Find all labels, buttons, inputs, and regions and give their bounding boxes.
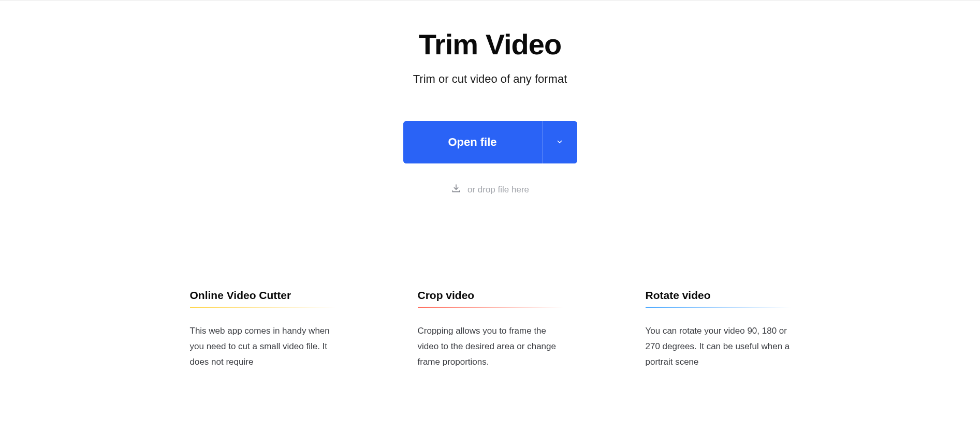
feature-body: This web app comes in handy when you nee… (190, 323, 335, 369)
drop-file-hint[interactable]: or drop file here (451, 183, 529, 196)
open-file-button[interactable]: Open file (403, 121, 542, 163)
feature-title: Rotate video (646, 289, 791, 308)
features-section: Online Video Cutter This web app comes i… (0, 289, 980, 369)
download-icon (451, 183, 461, 196)
open-file-dropdown-button[interactable] (542, 121, 577, 163)
feature-title: Online Video Cutter (190, 289, 335, 308)
feature-body: Cropping allows you to frame the video t… (418, 323, 563, 369)
open-file-label: Open file (448, 136, 496, 149)
feature-title: Crop video (418, 289, 563, 308)
feature-card: Rotate video You can rotate your video 9… (646, 289, 791, 369)
open-file-button-group: Open file (403, 121, 577, 163)
hero-section: Trim Video Trim or cut video of any form… (0, 1, 980, 196)
feature-card: Crop video Cropping allows you to frame … (418, 289, 563, 369)
page-title: Trim Video (419, 27, 561, 61)
feature-card: Online Video Cutter This web app comes i… (190, 289, 335, 369)
drop-file-text: or drop file here (467, 185, 529, 195)
page-subtitle: Trim or cut video of any format (413, 72, 567, 86)
feature-body: You can rotate your video 90, 180 or 270… (646, 323, 791, 369)
chevron-down-icon (555, 138, 564, 147)
